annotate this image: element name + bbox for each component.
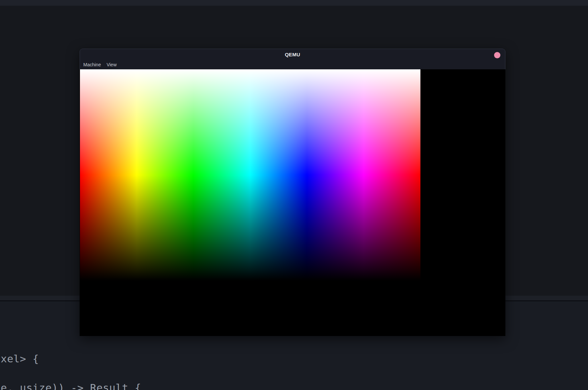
screen-top-bar [0, 0, 588, 6]
code-line: xel> { [1, 352, 39, 365]
menu-item-machine[interactable]: Machine [81, 61, 103, 68]
hsv-gradient-test-pattern [80, 69, 420, 281]
close-button[interactable] [494, 52, 500, 58]
desktop-background: xel> { e, usize)) -> Result { QEMU Machi… [0, 0, 588, 390]
qemu-window: QEMU Machine View [80, 49, 505, 336]
menu-bar: Machine View [81, 61, 119, 68]
guest-display[interactable] [80, 69, 505, 336]
window-title: QEMU [80, 52, 505, 57]
menu-item-view[interactable]: View [105, 61, 119, 68]
window-titlebar[interactable]: QEMU Machine View [80, 49, 505, 69]
code-line: e, usize)) -> Result { [1, 381, 141, 390]
